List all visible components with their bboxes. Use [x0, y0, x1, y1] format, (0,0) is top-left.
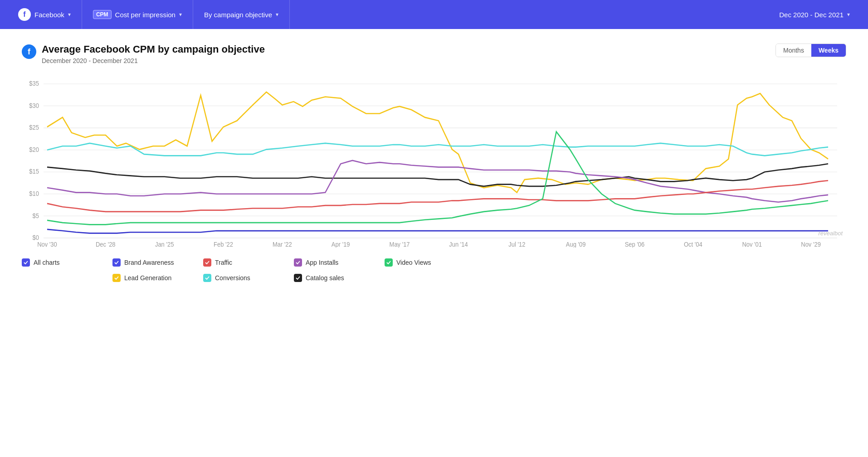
- date-range-label: Dec 2020 - Dec 2021: [779, 11, 844, 19]
- svg-text:$0: $0: [33, 234, 39, 241]
- facebook-dropdown[interactable]: f Facebook ▾: [7, 0, 82, 29]
- time-toggle-group: Months Weeks: [775, 44, 846, 57]
- metric-label: Cost per impression: [115, 11, 176, 19]
- date-range-dropdown[interactable]: Dec 2020 - Dec 2021 ▾: [768, 0, 861, 29]
- lead-generation-checkbox[interactable]: [112, 274, 121, 282]
- lead-generation-label: Lead Generation: [124, 274, 171, 282]
- cpm-badge: CPM: [93, 10, 112, 19]
- svg-text:$5: $5: [33, 213, 39, 219]
- legend-item-all-charts: All charts: [22, 258, 112, 267]
- svg-text:Apr '19: Apr '19: [332, 241, 350, 248]
- svg-text:Oct '04: Oct '04: [684, 241, 702, 248]
- svg-text:$10: $10: [29, 190, 39, 197]
- chart-title-area: f Average Facebook CPM by campaign objec…: [22, 44, 265, 64]
- metric-chevron-icon: ▾: [179, 11, 182, 18]
- catalog-sales-label: Catalog sales: [306, 274, 344, 282]
- svg-text:Mar '22: Mar '22: [273, 241, 292, 248]
- app-installs-checkbox[interactable]: [294, 258, 302, 267]
- svg-text:Nov '01: Nov '01: [742, 241, 762, 248]
- main-content: f Average Facebook CPM by campaign objec…: [0, 29, 868, 293]
- all-charts-checkbox[interactable]: [22, 258, 30, 267]
- legend-item-traffic: Traffic: [203, 258, 294, 267]
- legend-item-video-views: Video Views: [385, 258, 475, 267]
- legend-item-brand-awareness: Brand Awareness: [112, 258, 203, 267]
- metric-dropdown[interactable]: CPM Cost per impression ▾: [82, 0, 193, 29]
- breakdown-dropdown[interactable]: By campaign objective ▾: [193, 0, 290, 29]
- legend-item-app-installs: App Installs: [294, 258, 385, 267]
- breakdown-chevron-icon: ▾: [276, 11, 278, 18]
- chart-area: .axis-label { font-family: -apple-system…: [22, 75, 846, 248]
- date-range-chevron-icon: ▾: [847, 11, 850, 18]
- svg-text:$30: $30: [29, 102, 39, 109]
- legend-item-conversions: Conversions: [203, 274, 294, 282]
- all-charts-label: All charts: [34, 259, 60, 266]
- catalog-sales-checkbox[interactable]: [294, 274, 302, 282]
- video-views-label: Video Views: [396, 259, 431, 266]
- conversions-line: [47, 143, 828, 156]
- chart-facebook-icon: f: [22, 44, 36, 59]
- facebook-logo-icon: f: [18, 8, 31, 21]
- app-installs-line: [47, 160, 828, 202]
- traffic-label: Traffic: [215, 259, 232, 266]
- chart-subtitle: December 2020 - December 2021: [42, 57, 265, 64]
- svg-text:$25: $25: [29, 124, 39, 131]
- svg-text:Aug '09: Aug '09: [566, 241, 586, 248]
- traffic-line: [47, 181, 828, 212]
- conversions-checkbox[interactable]: [203, 274, 211, 282]
- video-views-checkbox[interactable]: [385, 258, 393, 267]
- chart-header: f Average Facebook CPM by campaign objec…: [22, 44, 846, 64]
- lead-generation-line: [47, 92, 828, 193]
- legend-item-catalog-sales: Catalog sales: [294, 274, 385, 282]
- svg-text:Sep '06: Sep '06: [625, 241, 645, 248]
- svg-text:$15: $15: [29, 169, 39, 175]
- brand-awareness-line: [47, 229, 828, 233]
- legend: All charts Brand Awareness Traffic App I…: [22, 258, 846, 282]
- svg-text:Nov '30: Nov '30: [37, 241, 57, 248]
- facebook-label: Facebook: [34, 11, 64, 19]
- svg-text:Jan '25: Jan '25: [155, 241, 174, 248]
- brand-awareness-checkbox[interactable]: [112, 258, 121, 267]
- svg-text:Feb '22: Feb '22: [214, 241, 233, 248]
- svg-text:Jul '12: Jul '12: [508, 241, 525, 248]
- watermark: revealbot: [819, 230, 843, 237]
- svg-text:$35: $35: [29, 80, 39, 87]
- traffic-checkbox[interactable]: [203, 258, 211, 267]
- breakdown-label: By campaign objective: [204, 11, 272, 19]
- svg-text:$20: $20: [29, 146, 39, 153]
- svg-text:Jun '14: Jun '14: [449, 241, 468, 248]
- brand-awareness-label: Brand Awareness: [124, 259, 174, 266]
- svg-text:Dec '28: Dec '28: [96, 241, 116, 248]
- facebook-chevron-icon: ▾: [68, 11, 71, 18]
- legend-item-lead-generation: Lead Generation: [112, 274, 203, 282]
- conversions-label: Conversions: [215, 274, 250, 282]
- chart-title: Average Facebook CPM by campaign objecti…: [42, 44, 265, 55]
- app-installs-label: App Installs: [306, 259, 338, 266]
- svg-text:May '17: May '17: [390, 241, 410, 248]
- chart-title-block: Average Facebook CPM by campaign objecti…: [42, 44, 265, 64]
- months-toggle-button[interactable]: Months: [776, 44, 811, 57]
- line-chart-svg: .axis-label { font-family: -apple-system…: [22, 75, 846, 248]
- svg-text:Nov '29: Nov '29: [801, 241, 821, 248]
- top-nav: f Facebook ▾ CPM Cost per impression ▾ B…: [0, 0, 868, 29]
- weeks-toggle-button[interactable]: Weeks: [811, 44, 846, 57]
